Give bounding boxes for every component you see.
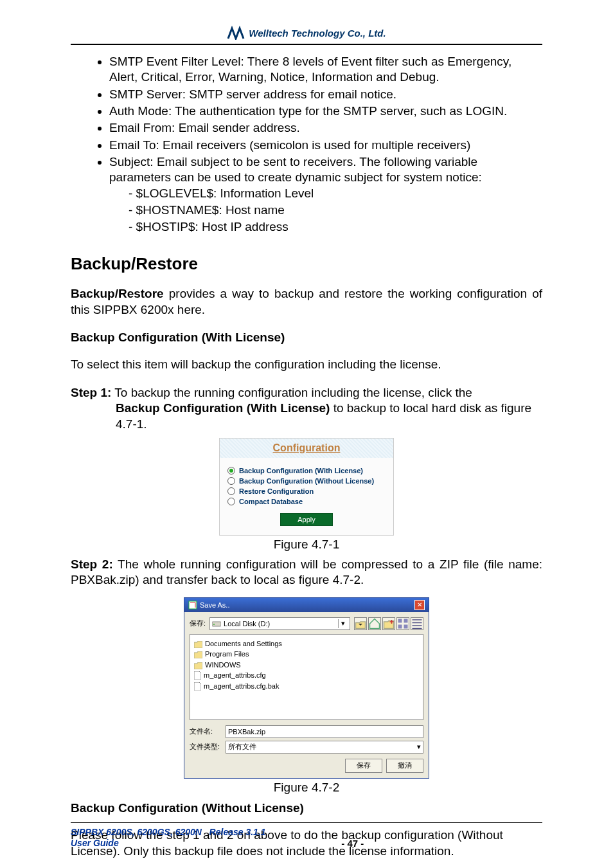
brand-company: Welltech Technology Co., Ltd. bbox=[249, 28, 386, 39]
footer-guide: User Guide bbox=[71, 838, 119, 848]
dialog-titlebar: Save As.. ✕ bbox=[184, 598, 429, 612]
svg-point-2 bbox=[213, 624, 215, 625]
subsection1-lead: To select this item will backup the conf… bbox=[71, 357, 542, 373]
footer-divider bbox=[71, 822, 542, 823]
filetype-label: 文件类型: bbox=[190, 742, 222, 752]
subsection2-title: Backup Configuration (Without License) bbox=[71, 801, 542, 815]
file-name: Program Files bbox=[205, 649, 249, 660]
brand-logo-icon bbox=[227, 26, 245, 40]
radio-restore-configuration[interactable]: Restore Configuration bbox=[227, 487, 386, 495]
up-folder-icon[interactable] bbox=[354, 617, 367, 630]
header-divider bbox=[71, 44, 542, 45]
chevron-down-icon: ▾ bbox=[417, 743, 421, 751]
list-item[interactable]: m_agent_attribs.cfg bbox=[194, 670, 419, 681]
step1-label: Step 1: bbox=[71, 386, 111, 399]
location-value: Local Disk (D:) bbox=[224, 620, 270, 628]
bullet-email-from: Email From: Email sender address. bbox=[109, 121, 300, 134]
new-folder-icon[interactable] bbox=[382, 617, 395, 630]
radio-icon bbox=[227, 498, 235, 505]
figure1-caption: Figure 4.7-1 bbox=[71, 538, 542, 552]
save-as-dialog: Save As.. ✕ 保存: Local Disk (D:) ▾ bbox=[184, 597, 429, 779]
location-label: 保存: bbox=[190, 619, 206, 628]
step2-text: The whole running configuration will be … bbox=[71, 557, 542, 587]
brand-header: Welltech Technology Co., Ltd. bbox=[71, 26, 542, 40]
toolbar-icons bbox=[354, 617, 423, 630]
feature-bullets: SMTP Event Filter Level: There 8 levels … bbox=[71, 54, 542, 235]
bullet-subject: Subject: Email subject to be sent to rec… bbox=[109, 155, 482, 184]
svg-rect-4 bbox=[404, 619, 408, 622]
radio-label: Restore Configuration bbox=[239, 487, 314, 495]
svg-rect-5 bbox=[398, 624, 402, 628]
radio-icon bbox=[227, 487, 235, 495]
footer-model: SIPPBX 6200S, 6200GS, 6200N bbox=[71, 827, 202, 837]
file-list[interactable]: Documents and Settings Program Files WIN… bbox=[190, 634, 423, 720]
step1-text-a: To backup the running configuration incl… bbox=[111, 386, 472, 399]
filename-field[interactable]: PBXBak.zip bbox=[226, 725, 423, 738]
drive-icon bbox=[212, 620, 221, 628]
filetype-combo[interactable]: 所有文件 ▾ bbox=[226, 741, 423, 754]
radio-label: Compact Database bbox=[239, 498, 303, 505]
step1-block: Step 1: To backup the running configurat… bbox=[71, 385, 542, 433]
var-hostname: $HOSTNAME$: Host name bbox=[136, 203, 285, 217]
section-intro-strong: Backup/Restore bbox=[71, 287, 164, 300]
footer-release: Release 3.1.1 bbox=[209, 827, 266, 837]
chevron-down-icon: ▾ bbox=[338, 619, 348, 628]
radio-icon bbox=[227, 467, 235, 475]
list-view-icon[interactable] bbox=[396, 617, 409, 630]
file-icon bbox=[194, 682, 201, 691]
step2-block: Step 2: The whole running configuration … bbox=[71, 557, 542, 588]
configuration-panel-title: Configuration bbox=[220, 439, 393, 458]
svg-rect-6 bbox=[404, 624, 408, 628]
folder-icon bbox=[194, 651, 202, 658]
bullet-auth-mode: Auth Mode: The authentication type for t… bbox=[109, 104, 507, 118]
radio-compact-database[interactable]: Compact Database bbox=[227, 498, 386, 505]
bullet-email-to: Email To: Email receivers (semicolon is … bbox=[109, 138, 470, 152]
radio-backup-without-license[interactable]: Backup Configuration (Without License) bbox=[227, 477, 386, 485]
save-button[interactable]: 保存 bbox=[345, 759, 382, 773]
list-item[interactable]: Documents and Settings bbox=[194, 638, 419, 649]
filename-label: 文件名: bbox=[190, 727, 222, 736]
section-intro: Backup/Restore provides a way to backup … bbox=[71, 286, 542, 318]
svg-rect-3 bbox=[398, 619, 402, 622]
page-number: - 47 - bbox=[341, 838, 364, 849]
file-name: Documents and Settings bbox=[205, 638, 282, 649]
close-icon[interactable]: ✕ bbox=[414, 600, 425, 610]
figure2-caption: Figure 4.7-2 bbox=[71, 781, 542, 795]
bullet-smtp-server: SMTP Server: SMTP server address for ema… bbox=[109, 87, 396, 101]
dialog-title-text: Save As.. bbox=[200, 601, 229, 609]
subsection1-title: Backup Configuration (With License) bbox=[71, 330, 542, 345]
step2-label: Step 2: bbox=[71, 557, 113, 571]
radio-label: Backup Configuration (With License) bbox=[239, 467, 363, 475]
filename-value: PBXBak.zip bbox=[228, 728, 265, 736]
svg-rect-1 bbox=[212, 622, 221, 626]
radio-label: Backup Configuration (Without License) bbox=[239, 477, 374, 485]
file-name: m_agent_attribs.cfg.bak bbox=[204, 681, 279, 692]
list-item[interactable]: WINDOWS bbox=[194, 660, 419, 671]
bullet-smtp-filter: SMTP Event Filter Level: There 8 levels … bbox=[109, 55, 511, 84]
apply-button[interactable]: Apply bbox=[280, 513, 333, 526]
dialog-title-icon bbox=[188, 601, 197, 610]
details-view-icon[interactable] bbox=[411, 617, 423, 630]
page-footer: SIPPBX 6200S, 6200GS, 6200N Release 3.1.… bbox=[71, 816, 542, 849]
radio-icon bbox=[227, 477, 235, 485]
home-icon[interactable] bbox=[368, 617, 381, 630]
var-loglevel: $LOGLEVEL$: Information Level bbox=[136, 186, 314, 200]
filetype-value: 所有文件 bbox=[228, 742, 256, 752]
step1-text-bold: Backup Configuration (With License) bbox=[116, 401, 330, 415]
file-name: m_agent_attribs.cfg bbox=[204, 670, 266, 681]
folder-icon bbox=[194, 662, 202, 669]
file-name: WINDOWS bbox=[205, 660, 241, 671]
folder-icon bbox=[194, 640, 202, 647]
file-icon bbox=[194, 671, 201, 680]
section-title: Backup/Restore bbox=[71, 254, 542, 274]
radio-backup-with-license[interactable]: Backup Configuration (With License) bbox=[227, 467, 386, 475]
list-item[interactable]: m_agent_attribs.cfg.bak bbox=[194, 681, 419, 692]
list-item[interactable]: Program Files bbox=[194, 649, 419, 660]
location-combo[interactable]: Local Disk (D:) ▾ bbox=[209, 617, 350, 630]
configuration-panel: Configuration Backup Configuration (With… bbox=[219, 438, 394, 536]
subject-variables: $LOGLEVEL$: Information Level $HOSTNAME$… bbox=[109, 186, 542, 235]
cancel-button[interactable]: 撤消 bbox=[386, 759, 423, 773]
var-hostip: $HOSTIP$: Host IP address bbox=[136, 220, 289, 233]
